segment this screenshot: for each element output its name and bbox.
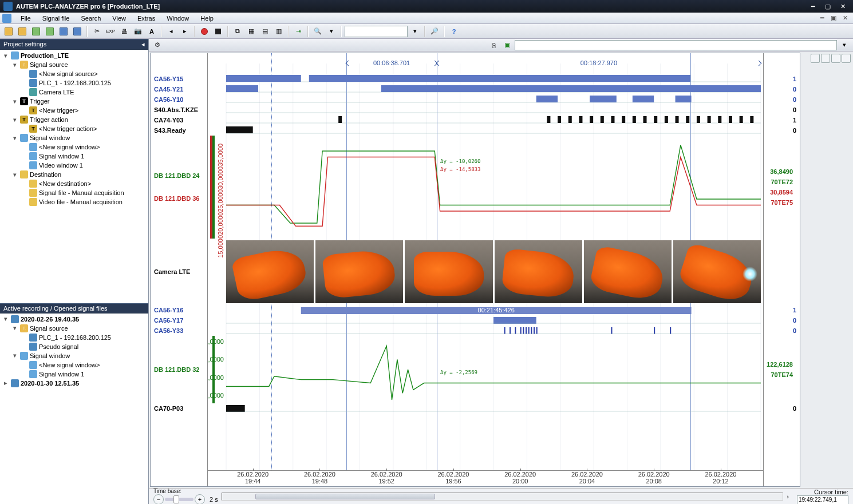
zoom-button[interactable]: 🔍 [311,25,324,38]
go-start-button[interactable]: ◂ [165,25,177,38]
stop-button[interactable] [212,25,224,38]
app-logo-icon [3,2,13,11]
zoom-dropdown-button[interactable]: ▾ [325,25,338,38]
svg-rect-19 [309,75,690,82]
find-button[interactable]: 🔎 [428,25,441,38]
apply-icon[interactable]: ▣ [501,39,514,51]
tree-item[interactable]: ▾Signal window [9,351,148,360]
tree-item[interactable]: PLC_1 - 192.168.200.125 [18,333,148,342]
open-signal-button[interactable] [30,25,42,38]
svg-rect-22 [381,85,761,92]
tile-v-button[interactable]: ▥ [273,25,285,38]
svg-rect-53 [226,126,253,133]
tree-item[interactable]: PLC_1 - 192.168.200.125 [18,78,148,88]
signal-value: 0 [764,84,800,94]
tree-root[interactable]: ▾Production_LTE [0,51,148,60]
text-cursor-button[interactable]: A [145,25,158,38]
tree-item[interactable]: T<New trigger action> [18,124,148,133]
scroll-right-button[interactable]: › [787,493,789,500]
tree-item[interactable]: <New signal source> [18,69,148,78]
tree-destination[interactable]: ▾Destination [9,170,148,179]
svg-rect-37 [601,116,604,123]
svg-rect-68 [520,327,522,334]
menu-help[interactable]: Help [195,14,219,23]
close-button[interactable]: ✕ [836,3,850,10]
tree-item[interactable]: Signal window 1 [18,152,148,161]
signal-value: 0 [764,403,800,414]
cut-button[interactable]: ✂ [90,25,103,38]
menu-file[interactable]: File [15,14,37,23]
copy-icon[interactable]: ⎘ [487,39,500,51]
tree-item[interactable]: ▾⎍Signal source [9,324,148,333]
tree-item[interactable]: Signal file - Manual acquisition [18,188,148,197]
goto-marker-button[interactable]: ⇥ [292,25,305,38]
menu-signalfile[interactable]: Signal file [37,14,76,23]
tree-trigger-action[interactable]: ▾TTrigger action [9,115,148,124]
tree-signal-source[interactable]: ▾⎍Signal source [9,60,148,69]
tree-item[interactable]: <New signal window> [18,360,148,370]
clock-mode-button[interactable] [842,54,851,63]
svg-rect-84 [226,405,245,412]
view-mode-3-button[interactable] [831,54,840,63]
signal-label: DB 121.DBD 36 [151,193,207,204]
record-button[interactable] [198,25,211,38]
snapshot-button[interactable]: 📷 [132,25,144,38]
export-button[interactable]: EXP [104,25,117,38]
menu-view[interactable]: View [106,14,132,23]
collapse-panel-icon[interactable]: ◂ [141,41,145,48]
signal-value: 0 [764,326,800,336]
tree-trigger[interactable]: ▾TTrigger [9,97,148,106]
mdi-restore-button[interactable]: ▣ [829,14,838,22]
chart-combo-dropdown[interactable]: ▾ [838,39,851,51]
print-button[interactable]: 🖶 [118,25,131,38]
tree-item[interactable]: Video file - Manual acquisition [18,197,148,207]
timebase-slider[interactable] [165,498,193,501]
tree-signal-window[interactable]: ▾Signal window [9,133,148,142]
cascade-button[interactable]: ▦ [245,25,258,38]
signal-chart[interactable]: CA56-Y15 CA45-Y21 CA56-Y10 S40.Abs.T.KZE… [150,53,800,487]
maximize-button[interactable]: ▢ [821,3,835,10]
open-file-node[interactable]: ▸2020-01-30 12.51.35 [0,379,148,388]
mdi-close-button[interactable]: ✕ [840,14,850,22]
tree-item[interactable]: <New signal window> [18,142,148,152]
menu-extras[interactable]: Extras [132,14,161,23]
minimize-button[interactable]: ━ [806,3,820,10]
cursor-time-field[interactable] [797,495,848,505]
open-project-button[interactable] [16,25,29,38]
chart-combo[interactable] [515,40,837,50]
horizontal-scrollbar[interactable] [222,493,784,501]
svg-rect-45 [686,116,689,123]
timebase-increase-button[interactable]: + [195,494,205,504]
tree-item[interactable]: Camera LTE [18,88,148,97]
search-combo[interactable] [345,26,408,37]
timebase-decrease-button[interactable]: − [153,494,164,504]
view-mode-2-button[interactable] [821,54,830,63]
chart-canvas[interactable]: 00:06:38.701 00:18:27.970 Δy = -10,0260 … [208,53,763,486]
tree-item[interactable]: T<New trigger> [18,106,148,115]
save-as-button[interactable] [71,25,84,38]
svg-rect-75 [611,327,612,334]
grid-mode-button[interactable] [811,54,820,63]
search-dropdown-button[interactable]: ▾ [409,25,421,38]
tree-item[interactable]: Video window 1 [18,161,148,170]
mdi-minimize-button[interactable]: ━ [818,14,827,22]
menu-search[interactable]: Search [75,14,106,23]
tile-h-button[interactable]: ▤ [259,25,271,38]
save-button[interactable] [57,25,70,38]
open-file-node[interactable]: ▾2020-02-26 19.40.35 [0,315,148,324]
tree-item[interactable]: <New destination> [18,179,148,188]
window-settings-button[interactable]: ⚙ [151,39,164,51]
new-project-button[interactable] [2,25,15,38]
svg-text:00:21:45:426: 00:21:45:426 [478,307,515,313]
sync-windows-button[interactable]: ⧉ [231,25,244,38]
go-end-button[interactable]: ▸ [179,25,191,38]
tree-item[interactable]: Signal window 1 [18,370,148,379]
signal-label: CA56-Y16 [151,305,207,315]
help-button[interactable]: ? [448,25,460,38]
menu-window[interactable]: Window [161,14,195,23]
tree-item[interactable]: Pseudo signal [18,342,148,351]
svg-rect-77 [670,327,671,334]
open-last-button[interactable] [44,25,56,38]
menu-bar: File Signal file Search View Extras Wind… [0,13,853,24]
titlebar: AUTEM PLC-ANALYZER pro 6 [Production_LTE… [0,0,853,13]
